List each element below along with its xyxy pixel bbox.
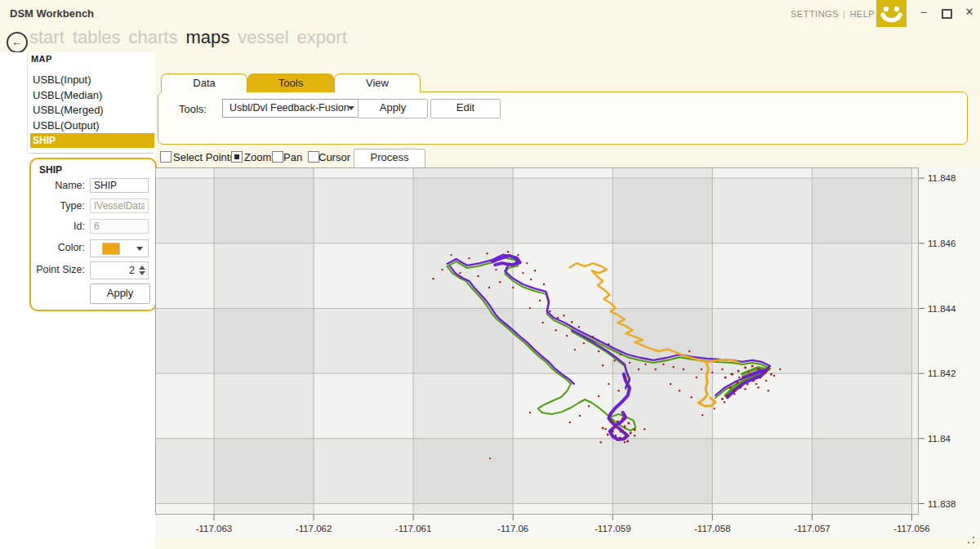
titlebar-menu: SETTINGS|HELP [791, 9, 875, 19]
color-select[interactable] [90, 239, 149, 257]
help-menu[interactable]: HELP [849, 9, 875, 19]
svg-text:11.848: 11.848 [928, 173, 956, 183]
name-label: Name: [31, 180, 85, 191]
ship-panel-title: SHIP [39, 164, 62, 176]
nav-item-start[interactable]: start [29, 27, 65, 47]
back-button[interactable]: ← [7, 32, 28, 53]
map-chart-region: -117.063-117.062-117.061-117.06-117.059-… [155, 167, 980, 537]
nav-item-tables[interactable]: tables [73, 27, 121, 47]
spinner-down-icon[interactable] [139, 271, 145, 275]
map-mode-toolbar: Select Points Zoom Pan Cursor Process [155, 149, 498, 167]
process-button[interactable]: Process [354, 149, 425, 168]
svg-text:-117.062: -117.062 [296, 524, 332, 533]
cursor-label[interactable]: Cursor [318, 151, 350, 163]
point-size-value: 2 [129, 265, 135, 276]
settings-menu[interactable]: SETTINGS [791, 9, 839, 19]
layer-item-usbl-input[interactable]: USBL(Input) [30, 73, 154, 88]
layer-list: USBL(Input) USBL(Median) USBL(Merged) US… [30, 73, 154, 148]
minimize-button[interactable]: – [916, 5, 931, 20]
nav-item-charts[interactable]: charts [129, 27, 178, 47]
svg-text:11.838: 11.838 [928, 499, 956, 509]
layer-item-usbl-merged[interactable]: USBL(Merged) [30, 103, 154, 118]
zoom-checkbox[interactable] [231, 151, 243, 163]
tool-apply-button[interactable]: Apply [358, 99, 428, 118]
back-arrow-icon: ← [11, 35, 23, 48]
map-heading: MAP [31, 54, 52, 64]
vessel-track-map[interactable]: -117.063-117.062-117.061-117.06-117.059-… [155, 167, 980, 537]
maximize-icon [942, 9, 952, 19]
svg-text:11.84: 11.84 [928, 434, 951, 444]
point-size-stepper[interactable]: 2 [90, 261, 149, 279]
color-swatch [102, 243, 120, 255]
svg-text:-117.061: -117.061 [395, 524, 432, 533]
svg-text:-117.057: -117.057 [794, 524, 831, 533]
nav-item-export[interactable]: export [297, 27, 347, 47]
svg-text:-117.058: -117.058 [694, 524, 731, 533]
tools-panel: Tools: Usbl/Dvl Feedback-Fusion Apply Ed… [158, 92, 968, 145]
tab-tools[interactable]: Tools [247, 74, 334, 92]
select-points-label[interactable]: Select Points [173, 151, 235, 163]
svg-text:-117.063: -117.063 [196, 524, 233, 533]
layer-item-ship[interactable]: SHIP [30, 133, 154, 148]
smiley-logo-icon [876, 0, 906, 27]
ship-properties-panel: SHIP Name: Type: Id: Color: Point Size: … [29, 158, 157, 311]
list-separator [29, 153, 154, 154]
svg-text:-117.059: -117.059 [595, 524, 631, 533]
color-label: Color: [31, 242, 85, 253]
tools-label: Tools: [179, 103, 207, 115]
point-size-label: Point Size: [31, 264, 85, 275]
chevron-down-icon [136, 247, 143, 251]
resize-grip-icon[interactable] [966, 537, 976, 545]
sidebar-divider [27, 52, 28, 154]
spinner-up-icon[interactable] [139, 266, 145, 270]
pan-checkbox[interactable] [272, 151, 283, 163]
id-label: Id: [31, 221, 85, 232]
ship-apply-button[interactable]: Apply [90, 283, 150, 304]
main-nav: starttableschartsmapsvesselexport [29, 27, 355, 48]
svg-text:11.846: 11.846 [928, 239, 956, 248]
nav-item-vessel[interactable]: vessel [238, 27, 288, 47]
maximize-button[interactable] [939, 5, 954, 23]
svg-text:-117.056: -117.056 [893, 524, 930, 533]
tool-dropdown[interactable]: Usbl/Dvl Feedback-Fusion [222, 99, 361, 118]
pan-label[interactable]: Pan [283, 151, 302, 163]
app-title: DSM Workbench [10, 7, 94, 20]
name-field[interactable] [90, 178, 149, 193]
layer-item-usbl-output[interactable]: USBL(Output) [30, 118, 154, 134]
type-label: Type: [31, 200, 85, 212]
svg-text:11.844: 11.844 [928, 304, 956, 314]
cursor-checkbox[interactable] [308, 151, 319, 163]
select-points-checkbox[interactable] [160, 151, 172, 163]
type-field [90, 199, 149, 213]
tool-dropdown-value: Usbl/Dvl Feedback-Fusion [229, 102, 350, 114]
svg-text:11.842: 11.842 [928, 368, 956, 378]
close-button[interactable]: ✕ [962, 5, 977, 20]
menu-separator: | [843, 9, 845, 19]
dsm-workbench-window: DSM Workbench SETTINGS|HELP – ✕ ← startt… [0, 0, 980, 549]
sidebar: MAP USBL(Input) USBL(Median) USBL(Merged… [0, 52, 155, 549]
tab-data[interactable]: Data [161, 74, 247, 92]
svg-text:-117.06: -117.06 [497, 524, 528, 533]
zoom-label[interactable]: Zoom [244, 151, 271, 163]
nav-item-maps[interactable]: maps [185, 27, 229, 47]
layer-item-usbl-median[interactable]: USBL(Median) [30, 88, 154, 104]
id-field [90, 219, 149, 234]
tool-edit-button[interactable]: Edit [430, 99, 501, 118]
tab-view[interactable]: View [334, 74, 421, 92]
chevron-down-icon [348, 106, 354, 110]
